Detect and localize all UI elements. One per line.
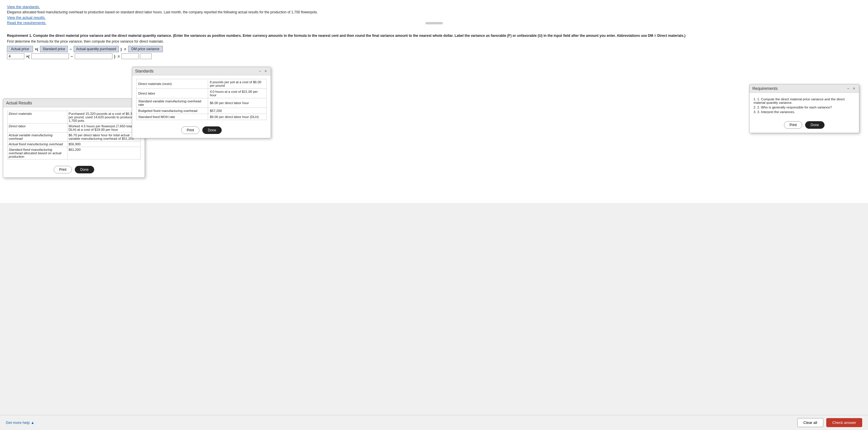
actual-results-row: Direct materialsPurchased 15,320 pounds … [7, 111, 141, 124]
requirements-done-button[interactable]: Done [805, 121, 825, 129]
standards-row-value: $6.00 per direct labor hour [208, 98, 266, 108]
op2: − [69, 47, 72, 51]
intro-text: Elegance allocated fixed manufacturing o… [7, 10, 861, 14]
standards-row-label: Standard fixed MOH rate [136, 114, 208, 120]
actual-results-done-button[interactable]: Done [75, 166, 94, 174]
view-standards-link[interactable]: View the standards. [7, 5, 40, 9]
actual-results-footer: Print Done [3, 163, 145, 178]
collapse-bar[interactable] [426, 22, 443, 24]
standards-panel: Standards − × Direct materials (resin)8 … [132, 67, 271, 138]
standards-row-label: Direct materials (resin) [136, 79, 208, 89]
standards-title: Standards [135, 69, 154, 73]
variance-amount-input[interactable] [121, 53, 139, 59]
bottom-right-actions: Clear all Check answer [797, 418, 862, 427]
actual-results-row-label: Actual variable manufacturing overhead [7, 132, 67, 142]
standards-row-label: Budgeted fixed manufacturing overhead [136, 108, 208, 114]
actual-results-row-value: $6.70 per direct labor hour for total ac… [67, 132, 140, 142]
formula-instruction: First determine the formula for the pric… [7, 39, 861, 43]
standards-footer: Print Done [132, 124, 271, 138]
actual-price-input[interactable] [7, 53, 24, 59]
actual-results-row: Actual variable manufacturing overhead$6… [7, 132, 141, 142]
close-paren: ) [114, 54, 116, 59]
requirements-print-button[interactable]: Print [784, 121, 802, 129]
actual-results-title: Actual Results [6, 101, 32, 105]
op4: = [123, 47, 127, 51]
actual-qty-purchased-input[interactable] [75, 53, 113, 59]
requirements-close[interactable]: × [852, 86, 856, 90]
standards-row-value: $9.00 per direct labor hour (DLH) [208, 114, 266, 120]
standards-row: Direct labor4.0 hours at a cost of $21.0… [136, 89, 267, 98]
formula-header-row: Actual price ×( Standard price − Actual … [7, 46, 861, 52]
standards-row-label: Standard variable manufacturing overhead… [136, 98, 208, 108]
actual-results-row-value: Purchased 15,320 pounds at a cost of $6.… [67, 111, 140, 124]
standards-print-button[interactable]: Print [181, 126, 199, 134]
standards-row: Direct materials (resin)8 pounds per pot… [136, 79, 267, 89]
standards-row-label: Direct labor [136, 89, 208, 98]
clear-all-button[interactable]: Clear all [797, 418, 824, 427]
actual-results-body: Direct materialsPurchased 15,320 pounds … [3, 107, 145, 163]
actual-results-row-value: $61,200 [67, 147, 140, 159]
actual-results-row: Actual fixed manufacturing overhead$56,9… [7, 142, 141, 147]
requirement-item: 1. Compute the direct material price var… [753, 97, 855, 104]
op3: ) [120, 47, 122, 51]
view-actual-link[interactable]: View the actual results. [7, 16, 45, 20]
requirement-item: 3. Interpret the variances. [753, 110, 855, 114]
formula-input-row: ×( − ) = [7, 53, 861, 59]
requirement-item: 2. Who is generally responsible for each… [753, 105, 855, 109]
actual-results-row-label: Actual fixed manufacturing overhead [7, 142, 67, 147]
times-paren: ×( [26, 54, 30, 59]
standards-table: Direct materials (resin)8 pounds per pot… [136, 79, 267, 120]
requirements-footer: Print Done [749, 118, 859, 133]
standards-header: Standards − × [132, 67, 271, 75]
variance-fu-input[interactable] [140, 53, 152, 59]
actual-results-header: Actual Results − × [3, 99, 145, 107]
actual-results-row-value: Worked 4.5 hours per flowerpot (7,650 to… [67, 124, 140, 132]
req1-title: Requirement 1. Compute the direct materi… [7, 34, 861, 38]
standards-done-button[interactable]: Done [202, 126, 222, 134]
actual-results-row: Standard fixed manufacturing overhead al… [7, 147, 141, 159]
standards-minimize[interactable]: − [258, 69, 262, 73]
get-more-help-link[interactable]: Get more help ▲ [6, 421, 34, 425]
check-answer-button[interactable]: Check answer [826, 418, 862, 427]
standards-row-value: 4.0 hours at a cost of $21.00 per hour [208, 89, 266, 98]
actual-qty-label: Actual quantity purchased [73, 46, 119, 52]
actual-results-table: Direct materialsPurchased 15,320 pounds … [7, 111, 141, 159]
actual-results-print-button[interactable]: Print [54, 166, 72, 174]
standards-row: Standard variable manufacturing overhead… [136, 98, 267, 108]
dm-price-variance-label: DM price variance [128, 46, 163, 52]
standards-row-value: 8 pounds per pot at a cost of $6.00 per … [208, 79, 266, 89]
actual-results-row: Direct laborWorked 4.5 hours per flowerp… [7, 124, 141, 132]
standards-row: Standard fixed MOH rate$9.00 per direct … [136, 114, 267, 120]
requirements-controls: − × [846, 86, 856, 90]
standards-row: Budgeted fixed manufacturing overhead$57… [136, 108, 267, 114]
requirements-title: Requirements [752, 86, 778, 91]
requirements-list: 1. Compute the direct material price var… [753, 97, 855, 114]
actual-results-row-value: $56,900 [67, 142, 140, 147]
standard-price-label: Standard price [40, 46, 68, 52]
op1: ×( [34, 47, 39, 51]
read-req-link[interactable]: Read the requirements. [7, 21, 46, 25]
standards-controls: − × [258, 69, 268, 73]
bottom-bar: Get more help ▲ Clear all Check answer [0, 415, 868, 430]
standard-price-input[interactable] [31, 53, 69, 59]
requirements-header: Requirements − × [749, 84, 859, 93]
standards-close[interactable]: × [264, 69, 268, 73]
actual-results-row-label: Direct labor [7, 124, 67, 132]
standards-row-value: $57,200 [208, 108, 266, 114]
requirements-minimize[interactable]: − [846, 86, 850, 90]
minus-op: − [70, 54, 73, 59]
requirements-panel: Requirements − × 1. Compute the direct m… [749, 84, 859, 133]
actual-results-row-label: Direct materials [7, 111, 67, 124]
standards-body: Direct materials (resin)8 pounds per pot… [132, 75, 271, 124]
requirements-body: 1. Compute the direct material price var… [749, 93, 859, 118]
actual-results-row-label: Standard fixed manufacturing overhead al… [7, 147, 67, 159]
equals-op: = [117, 54, 121, 59]
actual-price-label: Actual price [7, 46, 33, 52]
actual-results-panel: Actual Results − × Direct materialsPurch… [3, 99, 145, 178]
